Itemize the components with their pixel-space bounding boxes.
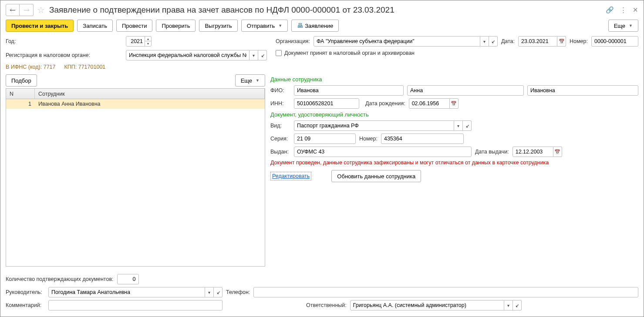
year-spinner[interactable]: ▲▼ — [126, 36, 152, 47]
birth-label: Дата рождения: — [365, 100, 405, 107]
kebab-menu-icon[interactable]: ⋮ — [620, 6, 627, 14]
kpp-value: 771701001 — [78, 64, 106, 70]
close-icon[interactable]: ✕ — [633, 6, 638, 14]
save-button[interactable]: Записать — [77, 20, 113, 32]
patronymic-input[interactable] — [527, 85, 638, 96]
chevron-down-icon: ▼ — [256, 78, 260, 83]
phone-label: Телефон: — [226, 289, 250, 295]
manager-label: Руководитель: — [6, 289, 45, 295]
open-icon[interactable] — [214, 287, 223, 297]
link-icon[interactable]: 🔗 — [606, 6, 614, 14]
doc-issued-by-input[interactable] — [294, 147, 472, 157]
calendar-icon[interactable] — [557, 36, 566, 47]
chevron-down-icon: ▼ — [629, 23, 633, 28]
send-button-label: Отправить — [247, 23, 275, 29]
select-button[interactable]: Подбор — [6, 74, 37, 87]
fio-label: ФИО: — [270, 87, 290, 93]
inn-input[interactable] — [294, 98, 359, 109]
titlebar: 🡐 🡒 ☆ Заявление о подтверждении права на… — [6, 4, 638, 16]
favorite-star-icon[interactable]: ☆ — [37, 5, 45, 15]
organization-label: Организация: — [276, 38, 310, 44]
employee-section-title: Данные сотрудника — [270, 76, 638, 83]
year-label: Год: — [6, 38, 122, 44]
application-button[interactable]: 🖶Заявление — [291, 20, 339, 32]
page-title: Заявление о подтверждении права на зачет… — [49, 5, 603, 15]
export-button[interactable]: Выгрузить — [199, 20, 237, 32]
post-and-close-button[interactable]: Провести и закрыть — [6, 20, 74, 32]
application-button-label: Заявление — [305, 23, 333, 29]
registration-input[interactable] — [126, 50, 250, 60]
open-icon[interactable] — [489, 36, 498, 47]
table-row[interactable]: 1 Иванова Анна Ивановна — [6, 99, 265, 109]
cell-employee: Иванова Анна Ивановна — [35, 99, 265, 109]
date-input[interactable] — [518, 36, 557, 47]
spin-down-icon[interactable]: ▼ — [145, 41, 151, 46]
toolbar: Провести и закрыть Записать Провести Про… — [6, 20, 638, 32]
archived-label: Документ принят в налоговый орган и архи… — [284, 50, 415, 56]
registration-label: Регистрация в налоговом органе: — [6, 52, 122, 58]
archived-checkbox[interactable] — [276, 50, 282, 56]
employees-table[interactable]: N Сотрудник 1 Иванова Анна Ивановна — [6, 88, 265, 267]
manager-input[interactable] — [48, 287, 205, 297]
more-small-button[interactable]: Еще▼ — [235, 74, 265, 87]
dropdown-icon[interactable]: ▾ — [250, 50, 258, 60]
doc-series-input[interactable] — [294, 133, 356, 144]
more-button-label: Еще — [614, 23, 625, 29]
number-label: Номер: — [570, 38, 588, 44]
kpp-label: КПП: — [64, 64, 77, 70]
doc-type-input[interactable] — [294, 120, 454, 131]
phone-input[interactable] — [253, 287, 638, 297]
ifns-info: В ИФНС (код): 7717 КПП: 771701001 — [6, 64, 267, 70]
more-button[interactable]: Еще▼ — [608, 20, 638, 32]
doc-number-input[interactable] — [381, 133, 464, 144]
dropdown-icon[interactable]: ▾ — [504, 300, 513, 310]
doc-number-label: Номер: — [359, 136, 378, 142]
calendar-icon[interactable] — [450, 98, 459, 109]
chevron-down-icon: ▼ — [278, 23, 282, 28]
doc-issue-date-label: Дата выдачи: — [475, 149, 509, 155]
col-n-header[interactable]: N — [6, 89, 35, 99]
birth-input[interactable] — [409, 98, 450, 109]
comment-input[interactable] — [48, 300, 223, 310]
open-icon[interactable] — [258, 50, 267, 60]
responsible-label: Ответственный: — [306, 302, 347, 308]
year-input[interactable] — [126, 37, 145, 46]
dropdown-icon[interactable]: ▾ — [480, 36, 489, 47]
calendar-icon[interactable] — [553, 147, 562, 157]
col-employee-header[interactable]: Сотрудник — [35, 89, 265, 99]
date-label: Дата: — [501, 38, 515, 44]
doc-count-input[interactable] — [117, 274, 139, 284]
dropdown-icon[interactable]: ▾ — [454, 120, 463, 131]
send-button[interactable]: Отправить▼ — [241, 20, 288, 32]
doc-issue-date-input[interactable] — [513, 147, 553, 157]
table-header: N Сотрудник — [6, 89, 265, 99]
doc-type-label: Вид: — [270, 123, 290, 129]
lastname-input[interactable] — [294, 85, 404, 96]
ifns-code-value: 7717 — [44, 64, 56, 70]
edit-link[interactable]: Редактировать — [270, 172, 311, 180]
firstname-input[interactable] — [407, 85, 524, 96]
nav-forward-button[interactable]: 🡒 — [20, 4, 34, 16]
open-icon[interactable] — [513, 300, 522, 310]
doc-issued-by-label: Выдан: — [270, 149, 290, 155]
document-section-title: Документ, удостоверяющий личность — [270, 111, 638, 118]
number-input[interactable] — [591, 36, 638, 47]
printer-icon: 🖶 — [297, 22, 303, 29]
responsible-input[interactable] — [350, 300, 504, 310]
ifns-code-label: В ИФНС (код): — [6, 64, 42, 70]
organization-input[interactable] — [314, 36, 480, 47]
inn-label: ИНН: — [270, 100, 290, 107]
more-small-label: Еще — [241, 77, 252, 84]
dropdown-icon[interactable]: ▾ — [205, 287, 214, 297]
warning-text: Документ проведен, данные сотрудника заф… — [270, 160, 638, 166]
check-button[interactable]: Проверить — [156, 20, 196, 32]
nav-back-button[interactable]: 🡐 — [6, 4, 20, 16]
post-button[interactable]: Провести — [116, 20, 153, 32]
doc-count-label: Количество подтверждающих документов: — [6, 276, 114, 282]
open-icon[interactable] — [463, 120, 472, 131]
footer: Количество подтверждающих документов: Ру… — [6, 274, 638, 313]
refresh-employee-button[interactable]: Обновить данные сотрудника — [331, 170, 421, 182]
spin-up-icon[interactable]: ▲ — [145, 37, 151, 41]
doc-series-label: Серия: — [270, 136, 290, 142]
comment-label: Комментарий: — [6, 302, 45, 308]
